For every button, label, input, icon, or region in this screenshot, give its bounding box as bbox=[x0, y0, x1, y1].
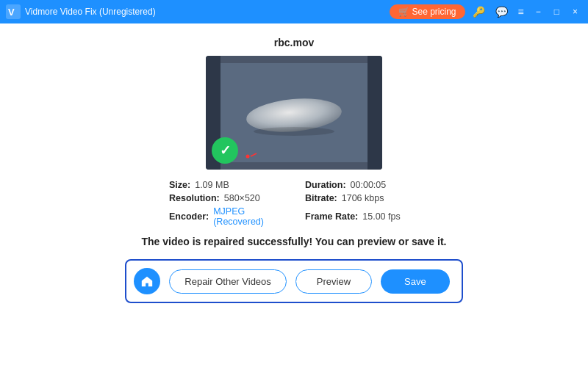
svg-line-5 bbox=[251, 153, 257, 156]
info-duration: Duration: 00:00:05 bbox=[305, 180, 419, 190]
pricing-button[interactable]: 🛒 See pricing bbox=[390, 4, 465, 19]
title-bar: V Vidmore Video Fix (Unregistered) 🛒 See… bbox=[0, 0, 588, 23]
chat-icon: 💬 bbox=[495, 6, 508, 18]
home-button[interactable] bbox=[134, 268, 160, 294]
preview-button[interactable]: Preview bbox=[295, 269, 372, 294]
framerate-label: Frame Rate: bbox=[305, 211, 358, 222]
thumb-inner bbox=[220, 63, 368, 162]
encoder-value: MJPEG (Recovered) bbox=[213, 206, 283, 227]
repair-other-button[interactable]: Repair Other Videos bbox=[169, 269, 287, 294]
save-button[interactable]: Save bbox=[381, 269, 450, 294]
info-resolution: Resolution: 580×520 bbox=[169, 193, 283, 203]
cursor-indicator bbox=[245, 152, 259, 161]
resolution-value: 580×520 bbox=[224, 193, 260, 203]
info-encoder: Encoder: MJPEG (Recovered) bbox=[169, 206, 283, 227]
svg-point-4 bbox=[246, 155, 250, 159]
title-bar-actions: 🛒 See pricing 🔑 💬 ≡ − □ × bbox=[390, 4, 583, 19]
info-framerate: Frame Rate: 15.00 fps bbox=[305, 206, 419, 227]
thumb-right-bar bbox=[368, 56, 382, 170]
home-icon bbox=[140, 275, 154, 288]
key-icon: 🔑 bbox=[473, 6, 485, 18]
resolution-label: Resolution: bbox=[169, 193, 220, 203]
file-name: rbc.mov bbox=[274, 37, 314, 48]
svg-point-3 bbox=[254, 127, 334, 136]
action-area: Repair Other Videos Preview Save bbox=[125, 259, 462, 303]
video-info-table: Size: 1.09 MB Duration: 00:00:05 Resolut… bbox=[169, 180, 419, 227]
size-label: Size: bbox=[169, 180, 190, 190]
hamburger-icon: ≡ bbox=[518, 6, 524, 18]
chat-button[interactable]: 💬 bbox=[492, 4, 511, 19]
minimize-button[interactable]: − bbox=[531, 5, 545, 18]
success-message: The video is repaired successfully! You … bbox=[142, 236, 447, 247]
video-thumbnail: ✓ bbox=[206, 56, 382, 170]
info-bitrate: Bitrate: 1706 kbps bbox=[305, 193, 419, 203]
app-logo: V bbox=[6, 4, 21, 19]
duration-label: Duration: bbox=[305, 180, 346, 190]
framerate-value: 15.00 fps bbox=[362, 211, 400, 222]
info-size: Size: 1.09 MB bbox=[169, 180, 283, 190]
duration-value: 00:00:05 bbox=[351, 180, 387, 190]
bitrate-label: Bitrate: bbox=[305, 193, 337, 203]
size-value: 1.09 MB bbox=[195, 180, 229, 190]
svg-text:V: V bbox=[8, 7, 15, 18]
key-button[interactable]: 🔑 bbox=[470, 4, 488, 19]
app-title: Vidmore Video Fix (Unregistered) bbox=[25, 7, 390, 17]
video-shape bbox=[239, 87, 349, 139]
close-button[interactable]: × bbox=[568, 5, 582, 18]
bitrate-value: 1706 kbps bbox=[342, 193, 384, 203]
encoder-label: Encoder: bbox=[169, 211, 209, 222]
main-content: rbc.mov ✓ bbox=[0, 23, 588, 381]
checkmark-icon: ✓ bbox=[220, 144, 231, 157]
cart-icon: 🛒 bbox=[398, 7, 409, 17]
success-badge: ✓ bbox=[212, 137, 238, 164]
maximize-button[interactable]: □ bbox=[550, 5, 564, 18]
menu-button[interactable]: ≡ bbox=[515, 4, 527, 19]
